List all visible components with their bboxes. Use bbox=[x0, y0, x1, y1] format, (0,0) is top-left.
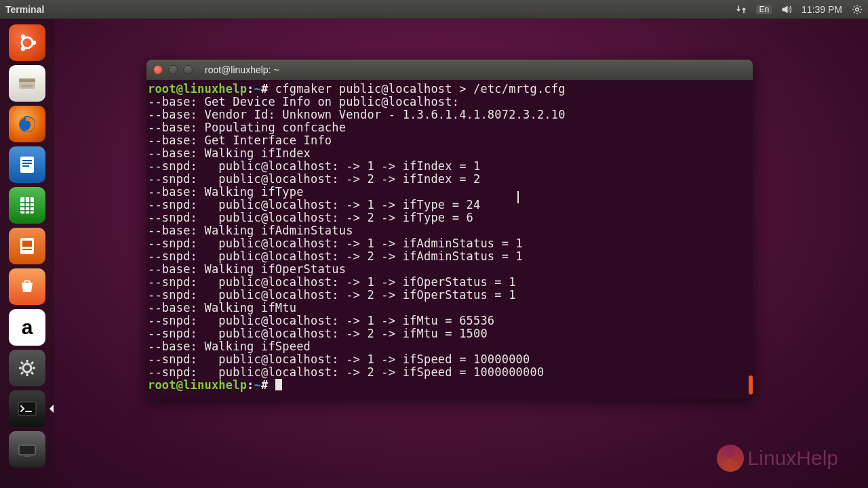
network-icon[interactable] bbox=[736, 4, 747, 15]
svg-rect-6 bbox=[19, 79, 35, 82]
launcher-impress[interactable] bbox=[9, 228, 45, 264]
terminal-body[interactable]: root@linuxhelp:~# cfgmaker public@localh… bbox=[146, 80, 753, 399]
top-menubar: Terminal En 11:39 PM bbox=[0, 0, 868, 19]
scrollbar-thumb[interactable] bbox=[749, 375, 753, 394]
cursor bbox=[275, 379, 282, 390]
system-tray: En 11:39 PM bbox=[736, 4, 863, 15]
gear-icon[interactable] bbox=[852, 4, 863, 15]
prompt-hash: # bbox=[261, 82, 268, 96]
svg-rect-20 bbox=[24, 455, 30, 457]
volume-icon[interactable] bbox=[781, 4, 792, 15]
prompt-path-2: ~ bbox=[254, 378, 261, 392]
svg-rect-7 bbox=[22, 85, 33, 87]
svg-point-2 bbox=[32, 41, 36, 45]
terminal-titlebar[interactable]: root@linuxhelp: ~ bbox=[146, 60, 753, 80]
svg-rect-10 bbox=[22, 160, 32, 161]
watermark: LinuxHelp bbox=[717, 445, 838, 472]
command-text: cfgmaker public@localhost > /etc/mrtg.cf… bbox=[275, 82, 566, 96]
prompt-colon: : bbox=[247, 82, 254, 96]
minimize-button[interactable] bbox=[168, 65, 178, 75]
text-caret-icon bbox=[517, 191, 519, 203]
menubar-app-title[interactable]: Terminal bbox=[5, 4, 44, 15]
svg-point-0 bbox=[856, 7, 859, 11]
launcher-dash[interactable] bbox=[9, 24, 45, 61]
launcher-settings[interactable] bbox=[9, 350, 45, 386]
close-button[interactable] bbox=[153, 65, 163, 75]
launcher: a bbox=[0, 19, 54, 488]
terminal-output: --base: Get Device Info on public@localh… bbox=[148, 95, 566, 379]
svg-rect-19 bbox=[19, 445, 35, 455]
launcher-firefox[interactable] bbox=[9, 106, 45, 142]
svg-rect-9 bbox=[20, 157, 34, 173]
prompt-user-2: root@linuxhelp bbox=[148, 378, 247, 392]
svg-point-1 bbox=[22, 37, 33, 48]
window-title: root@linuxhelp: ~ bbox=[205, 64, 279, 75]
launcher-writer[interactable] bbox=[9, 146, 45, 183]
prompt-hash-2: # bbox=[261, 378, 268, 392]
launcher-amazon[interactable]: a bbox=[9, 309, 45, 346]
svg-rect-11 bbox=[22, 163, 32, 164]
svg-rect-12 bbox=[22, 165, 29, 167]
watermark-logo-icon bbox=[717, 445, 744, 472]
launcher-files[interactable] bbox=[9, 65, 45, 102]
language-indicator[interactable]: En bbox=[756, 5, 772, 14]
amazon-glyph: a bbox=[22, 316, 33, 339]
launcher-terminal[interactable] bbox=[9, 390, 45, 427]
prompt-path: ~ bbox=[254, 82, 261, 96]
svg-rect-15 bbox=[22, 241, 32, 247]
launcher-software-center[interactable] bbox=[9, 268, 45, 305]
launcher-calc[interactable] bbox=[9, 187, 45, 224]
svg-point-17 bbox=[23, 364, 31, 372]
terminal-window: root@linuxhelp: ~ root@linuxhelp:~# cfgm… bbox=[146, 60, 753, 399]
maximize-button[interactable] bbox=[183, 65, 193, 75]
launcher-workspace[interactable] bbox=[9, 431, 45, 468]
clock[interactable]: 11:39 PM bbox=[802, 4, 842, 15]
svg-point-4 bbox=[21, 47, 25, 51]
prompt-user: root@linuxhelp bbox=[148, 82, 247, 96]
svg-rect-16 bbox=[22, 249, 32, 250]
watermark-text: LinuxHelp bbox=[748, 447, 838, 470]
svg-rect-18 bbox=[18, 402, 36, 415]
svg-point-3 bbox=[21, 35, 25, 39]
